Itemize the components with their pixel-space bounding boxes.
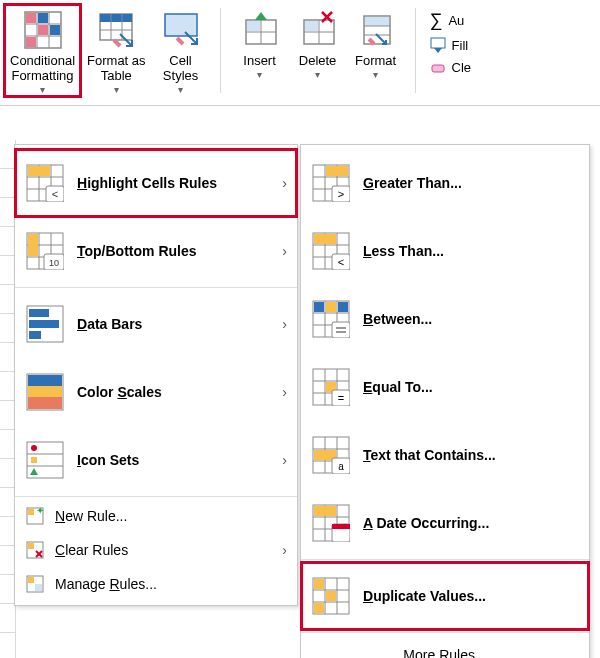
ribbon-label: Format as Table (87, 54, 146, 84)
top-bottom-rules-item[interactable]: 10 Top/Bottom Rules › (15, 217, 297, 285)
chevron-down-icon: ▾ (178, 84, 183, 96)
svg-rect-73 (35, 584, 42, 591)
cell-styles-icon (159, 8, 203, 52)
equal-to-item[interactable]: = Equal To... (301, 353, 589, 421)
menu-label: New Rule... (55, 508, 127, 524)
menu-separator (15, 496, 297, 497)
svg-rect-5 (26, 13, 36, 23)
ribbon: Conditional Formatting ▾ Format as Table… (0, 0, 600, 106)
icon-sets-item[interactable]: Icon Sets › (15, 426, 297, 494)
data-bars-item[interactable]: Data Bars › (15, 290, 297, 358)
format-cells-icon (354, 8, 398, 52)
ribbon-group-editing: ∑ Au Fill Cle (426, 4, 472, 75)
clear-rules-icon (25, 540, 45, 560)
fill-down-icon (430, 37, 446, 53)
svg-rect-98 (332, 322, 350, 338)
text-that-contains-item[interactable]: a Text that Contains... (301, 421, 589, 489)
clear-rules-item[interactable]: Clear Rules › (15, 533, 297, 567)
delete-cells-icon (296, 8, 340, 52)
menu-label: A Date Occurring... (363, 515, 489, 531)
manage-rules-icon (25, 574, 45, 594)
svg-rect-24 (305, 21, 318, 31)
menu-separator (15, 287, 297, 288)
menu-label: More Rules... (403, 647, 486, 658)
menu-label: Greater Than... (363, 175, 462, 191)
ribbon-label: Insert (243, 54, 276, 69)
svg-rect-97 (326, 302, 336, 312)
format-as-table-button[interactable]: Format as Table ▾ (81, 4, 152, 97)
menu-label: Manage Rules... (55, 576, 157, 592)
new-rule-icon: ✦ (25, 506, 45, 526)
highlight-cells-rules-submenu: > Greater Than... < Less Than... Between… (300, 144, 590, 658)
svg-rect-15 (165, 14, 197, 36)
svg-rect-122 (314, 506, 336, 516)
between-item[interactable]: Between... (301, 285, 589, 353)
ribbon-label: Format (355, 54, 396, 69)
svg-rect-95 (314, 302, 324, 312)
svg-rect-79 (326, 166, 348, 176)
greater-than-item[interactable]: > Greater Than... (301, 149, 589, 217)
svg-rect-124 (332, 524, 350, 529)
svg-rect-65 (28, 509, 34, 515)
equal-to-icon: = (311, 367, 351, 407)
chevron-down-icon: ▾ (373, 69, 378, 81)
duplicate-values-item[interactable]: Duplicate Values... (301, 562, 589, 630)
svg-rect-53 (29, 331, 41, 339)
svg-point-61 (31, 445, 37, 451)
highlight-cells-rules-item[interactable]: < Highlight Cells Rules › (15, 149, 297, 217)
svg-text:<: < (52, 188, 58, 200)
menu-label: Color Scales (77, 384, 162, 400)
chevron-right-icon: › (282, 452, 287, 468)
cell-styles-button[interactable]: Cell Styles ▾ (152, 4, 210, 97)
svg-rect-33 (432, 65, 444, 72)
less-than-item[interactable]: < Less Than... (301, 217, 589, 285)
svg-text:=: = (338, 392, 344, 404)
menu-separator (301, 559, 589, 560)
svg-rect-7 (50, 25, 60, 35)
menu-label: Highlight Cells Rules (77, 175, 217, 191)
menu-label: Between... (363, 311, 432, 327)
between-icon (311, 299, 351, 339)
format-button[interactable]: Format ▾ (347, 4, 405, 82)
svg-text:a: a (338, 461, 344, 472)
greater-than-icon: > (311, 163, 351, 203)
fill-button[interactable]: Fill (430, 37, 472, 53)
menu-label: Top/Bottom Rules (77, 243, 197, 259)
svg-rect-87 (314, 234, 336, 244)
new-rule-item[interactable]: ✦ New Rule... (15, 499, 297, 533)
ribbon-label: Cle (452, 60, 472, 75)
svg-rect-31 (431, 38, 445, 48)
chevron-down-icon: ▾ (315, 69, 320, 81)
eraser-icon (430, 59, 446, 75)
less-than-icon: < (311, 231, 351, 271)
chevron-right-icon: › (282, 316, 287, 332)
svg-text:✦: ✦ (36, 507, 44, 516)
format-as-table-icon (94, 8, 138, 52)
svg-rect-6 (38, 13, 48, 23)
conditional-formatting-menu: < Highlight Cells Rules › 10 Top/Bottom … (14, 144, 298, 606)
svg-marker-32 (434, 48, 442, 53)
svg-rect-72 (28, 577, 34, 583)
chevron-right-icon: › (282, 175, 287, 191)
highlight-cells-rules-icon: < (25, 163, 65, 203)
ribbon-label: Au (448, 13, 464, 28)
manage-rules-item[interactable]: Manage Rules... (15, 567, 297, 601)
clear-button[interactable]: Cle (430, 59, 472, 75)
svg-rect-57 (28, 397, 62, 409)
menu-label: Data Bars (77, 316, 142, 332)
conditional-formatting-button[interactable]: Conditional Formatting ▾ (4, 4, 81, 97)
menu-label: Equal To... (363, 379, 433, 395)
autosum-button[interactable]: ∑ Au (430, 10, 472, 31)
more-rules-item[interactable]: More Rules... (301, 635, 589, 658)
delete-button[interactable]: Delete ▾ (289, 4, 347, 82)
color-scales-item[interactable]: Color Scales › (15, 358, 297, 426)
chevron-right-icon: › (282, 384, 287, 400)
svg-rect-11 (100, 14, 132, 22)
svg-text:<: < (338, 256, 344, 268)
svg-rect-9 (26, 37, 36, 47)
a-date-occurring-item[interactable]: A Date Occurring... (301, 489, 589, 557)
insert-button[interactable]: Insert ▾ (231, 4, 289, 82)
menu-label: Duplicate Values... (363, 588, 486, 604)
chevron-right-icon: › (282, 243, 287, 259)
data-bars-icon (25, 304, 65, 344)
